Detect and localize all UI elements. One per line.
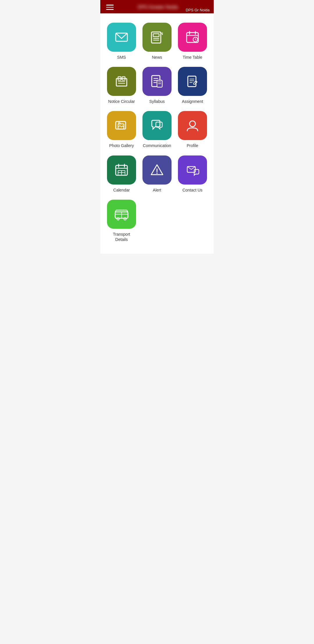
svg-point-31 bbox=[118, 122, 120, 124]
noticecircular-label: Notice Circular bbox=[108, 99, 135, 104]
grid-item-assignment[interactable]: Assignment bbox=[177, 67, 208, 104]
photogallery-label: Photo Gallery bbox=[109, 143, 134, 148]
profile-icon-box bbox=[178, 111, 207, 140]
timetable-icon-box bbox=[178, 23, 207, 52]
grid-item-photogallery[interactable]: Photo Gallery bbox=[106, 111, 137, 148]
communication-icon-box bbox=[142, 111, 172, 140]
assignment-icon-box bbox=[178, 67, 207, 96]
transport-label: Transport Details bbox=[106, 232, 137, 242]
news-icon-box: N bbox=[142, 23, 172, 52]
app-grid: SMS N News Time Table Notice Circular bbox=[100, 13, 214, 254]
noticecircular-icon-box bbox=[107, 67, 136, 96]
svg-point-50 bbox=[124, 218, 126, 220]
transport-icon-box bbox=[107, 200, 136, 229]
svg-point-49 bbox=[117, 218, 119, 220]
communication-label: Communication bbox=[143, 143, 171, 148]
grid-item-news[interactable]: N News bbox=[142, 23, 172, 60]
photogallery-icon-box bbox=[107, 111, 136, 140]
header-subtitle: DPS Gr Noida bbox=[186, 8, 210, 12]
profile-label: Profile bbox=[187, 143, 198, 148]
alert-icon-box bbox=[142, 155, 172, 185]
svg-rect-2 bbox=[153, 34, 159, 37]
contactus-label: Contact Us bbox=[182, 187, 202, 193]
grid-item-noticecircular[interactable]: Notice Circular bbox=[106, 67, 137, 104]
grid-item-alert[interactable]: Alert bbox=[142, 155, 172, 193]
news-label: News bbox=[152, 55, 162, 60]
sms-label: SMS bbox=[117, 55, 126, 60]
syllabus-label: Syllabus bbox=[149, 99, 165, 104]
contactus-icon-box bbox=[178, 155, 207, 185]
svg-text:N: N bbox=[160, 32, 163, 36]
calendar-label: Calendar bbox=[113, 187, 130, 193]
sms-icon-box bbox=[107, 23, 136, 52]
svg-point-43 bbox=[156, 173, 158, 174]
svg-rect-25 bbox=[188, 76, 196, 87]
grid-item-calendar[interactable]: Calendar bbox=[106, 155, 137, 193]
grid-item-sms[interactable]: SMS bbox=[106, 23, 137, 60]
grid-item-syllabus[interactable]: Syllabus bbox=[142, 67, 172, 104]
timetable-label: Time Table bbox=[183, 55, 202, 60]
grid-item-profile[interactable]: Profile bbox=[177, 111, 208, 148]
grid-item-timetable[interactable]: Time Table bbox=[177, 23, 208, 60]
grid-item-transport[interactable]: Transport Details bbox=[106, 200, 137, 242]
assignment-label: Assignment bbox=[182, 99, 203, 104]
alert-label: Alert bbox=[153, 187, 161, 193]
grid-item-contactus[interactable]: Contact Us bbox=[177, 155, 208, 193]
svg-point-32 bbox=[190, 121, 195, 127]
grid-item-communication[interactable]: Communication bbox=[142, 111, 172, 148]
syllabus-icon-box bbox=[142, 67, 172, 96]
calendar-icon-box bbox=[107, 155, 136, 185]
svg-line-12 bbox=[195, 40, 196, 40]
header: DPS Greater Noida DPS Gr Noida bbox=[100, 0, 214, 13]
